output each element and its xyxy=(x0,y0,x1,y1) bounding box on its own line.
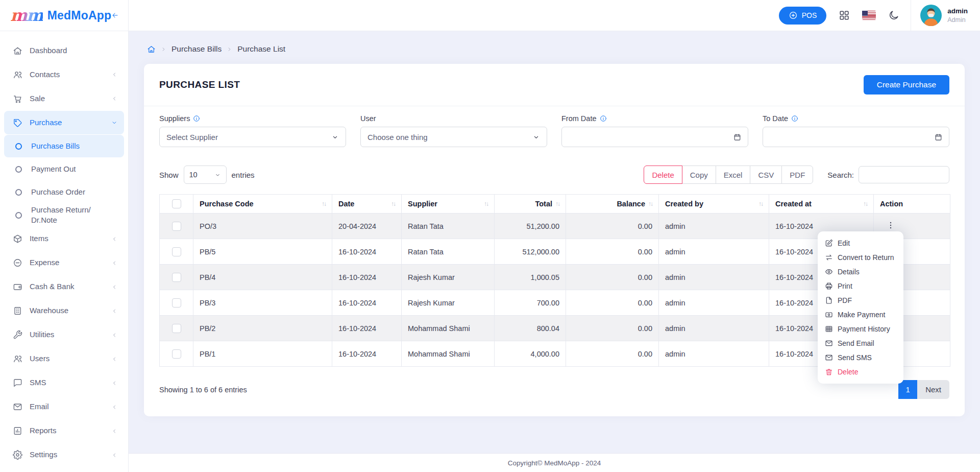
column-header-created_at[interactable]: Created at↑↓ xyxy=(769,195,874,214)
next-page-button[interactable]: Next xyxy=(917,380,949,399)
sidebar-item-settings[interactable]: Settings xyxy=(4,443,124,467)
excel-button[interactable]: Excel xyxy=(716,166,751,184)
pos-button[interactable]: POS xyxy=(779,7,827,25)
page-number-current[interactable]: 1 xyxy=(898,380,917,399)
copy-button[interactable]: Copy xyxy=(682,166,716,184)
sort-icon[interactable]: ↑↓ xyxy=(484,200,488,207)
row-checkbox[interactable] xyxy=(172,247,181,256)
create-purchase-button[interactable]: Create Purchase xyxy=(864,75,949,95)
menu-item-edit[interactable]: Edit xyxy=(818,236,903,250)
sort-icon[interactable]: ↑↓ xyxy=(555,200,559,207)
sidebar-item-purchase-bills[interactable]: Purchase Bills xyxy=(4,135,124,157)
footer: Copyright© MedMoApp - 2024 xyxy=(129,453,980,472)
row-select-cell xyxy=(160,341,193,367)
sidebar-item-sms[interactable]: SMS xyxy=(4,371,124,395)
dot-icon xyxy=(15,212,22,219)
menu-item-print[interactable]: Print xyxy=(818,279,903,293)
sort-icon[interactable]: ↑↓ xyxy=(391,200,395,207)
sidebar-item-contacts[interactable]: Contacts xyxy=(4,63,124,86)
select-all-checkbox[interactable] xyxy=(172,199,181,208)
column-header-inner: Balance↑↓ xyxy=(572,200,652,208)
row-checkbox[interactable] xyxy=(172,273,181,282)
menu-item-send-sms[interactable]: Send SMS xyxy=(818,350,903,365)
sidebar-item-utilities[interactable]: Utilities xyxy=(4,323,124,347)
calendar-icon xyxy=(935,133,942,141)
breadcrumb: Purchase BillsPurchase List xyxy=(147,44,965,54)
page-size-select[interactable]: 10 xyxy=(184,166,227,184)
pos-button-label: POS xyxy=(802,11,817,19)
cell-supplier: Rajesh Kumar xyxy=(402,290,495,316)
user-menu[interactable]: admin Admin xyxy=(911,0,972,31)
column-header-created_by[interactable]: Created by↑↓ xyxy=(659,195,769,214)
sidebar-item-sale[interactable]: Sale xyxy=(4,87,124,110)
column-header-code[interactable]: Purchase Code↑↓ xyxy=(193,195,332,214)
column-label: Action xyxy=(880,200,903,208)
supplier-select[interactable]: Select Supplier xyxy=(159,127,346,147)
row-checkbox[interactable] xyxy=(172,298,181,308)
menu-item-delete[interactable]: Delete xyxy=(818,365,903,379)
sidebar-item-payment-out[interactable]: Payment Out xyxy=(4,158,124,180)
to-date-input[interactable] xyxy=(763,127,949,147)
column-header-balance[interactable]: Balance↑↓ xyxy=(566,195,659,214)
column-header-inner: Purchase Code↑↓ xyxy=(200,200,326,208)
user-select[interactable]: Choose one thing xyxy=(360,127,547,147)
cell-date: 16-10-2024 xyxy=(332,239,402,265)
sidebar-item-users[interactable]: Users xyxy=(4,347,124,371)
home-icon[interactable] xyxy=(147,45,156,54)
menu-item-send-email[interactable]: Send Email xyxy=(818,336,903,350)
row-checkbox[interactable] xyxy=(172,349,181,359)
sidebar-item-purchase-order[interactable]: Purchase Order xyxy=(4,181,124,203)
from-date-label: From Date xyxy=(561,114,748,123)
breadcrumb-item[interactable]: Purchase List xyxy=(237,44,285,54)
row-actions-button[interactable] xyxy=(886,221,895,230)
sidebar-item-label: Dashboard xyxy=(30,45,118,56)
chevron-left-icon xyxy=(111,259,118,267)
page-title: PURCHASE LIST xyxy=(159,79,240,90)
sidebar-item-items[interactable]: Items xyxy=(4,227,124,251)
dark-mode-icon[interactable] xyxy=(888,10,899,21)
sidebar-item-expense[interactable]: Expense xyxy=(4,251,124,275)
menu-item-make-payment[interactable]: Make Payment xyxy=(818,308,903,322)
delete-button[interactable]: Delete xyxy=(644,166,682,184)
sidebar-item-dashboard[interactable]: Dashboard xyxy=(4,39,124,62)
sort-icon[interactable]: ↑↓ xyxy=(863,200,867,207)
menu-item-pdf[interactable]: PDF xyxy=(818,293,903,308)
from-date-input[interactable] xyxy=(561,127,748,147)
convert-icon xyxy=(825,253,833,262)
menu-item-payment-history[interactable]: Payment History xyxy=(818,322,903,336)
chevron-right-icon xyxy=(226,46,233,53)
sidebar-item-label: Contacts xyxy=(30,69,111,80)
wallet-icon xyxy=(13,282,22,292)
row-checkbox[interactable] xyxy=(172,222,181,231)
language-flag-icon[interactable] xyxy=(862,11,876,20)
apps-grid-icon[interactable] xyxy=(839,10,850,21)
sidebar-item-purchase[interactable]: Purchase xyxy=(4,111,124,134)
menu-item-details[interactable]: Details xyxy=(818,265,903,279)
top-header: POS xyxy=(129,0,980,31)
cell-code: PB/1 xyxy=(193,341,332,367)
cell-date: 20-04-2024 xyxy=(332,214,402,239)
filter-to-date: To Date xyxy=(763,114,949,147)
sidebar-item-purchase-return-dr-note[interactable]: Purchase Return/ Dr.Note xyxy=(4,204,124,227)
column-header-total[interactable]: Total↑↓ xyxy=(495,195,566,214)
sidebar-item-cash-bank[interactable]: Cash & Bank xyxy=(4,275,124,299)
sort-icon[interactable]: ↑↓ xyxy=(322,200,326,207)
row-checkbox[interactable] xyxy=(172,324,181,333)
menu-item-convert-to-return[interactable]: Convert to Return xyxy=(818,250,903,265)
sidebar-item-email[interactable]: Email xyxy=(4,395,124,419)
column-header-supplier[interactable]: Supplier↑↓ xyxy=(402,195,495,214)
sort-icon[interactable]: ↑↓ xyxy=(648,200,652,207)
column-header-date[interactable]: Date↑↓ xyxy=(332,195,402,214)
row-select-cell xyxy=(160,239,193,265)
cell-total: 512,000.00 xyxy=(495,239,566,265)
breadcrumb-item[interactable]: Purchase Bills xyxy=(172,44,222,54)
sort-icon[interactable]: ↑↓ xyxy=(758,200,763,207)
search-input[interactable] xyxy=(859,166,949,183)
users-icon xyxy=(13,354,22,364)
csv-button[interactable]: CSV xyxy=(750,166,782,184)
column-header-inner: Action xyxy=(880,200,944,208)
pdf-button[interactable]: PDF xyxy=(781,166,813,184)
sidebar-item-warehouse[interactable]: Warehouse xyxy=(4,299,124,323)
sidebar-collapse-button[interactable] xyxy=(111,10,119,20)
sidebar-item-reports[interactable]: Reports xyxy=(4,419,124,443)
